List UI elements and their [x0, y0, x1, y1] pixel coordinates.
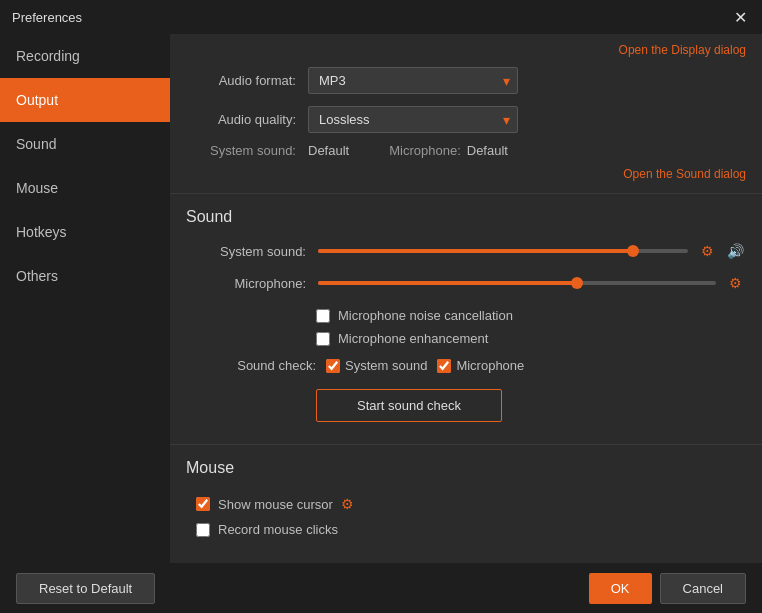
system-sound-slider-track[interactable]	[318, 249, 688, 253]
ok-button[interactable]: OK	[589, 573, 652, 604]
divider-1	[170, 193, 762, 194]
system-sound-check-option: System sound	[326, 358, 427, 373]
window-title: Preferences	[12, 10, 82, 25]
noise-cancellation-label: Microphone noise cancellation	[338, 308, 513, 323]
sidebar-item-mouse[interactable]: Mouse	[0, 166, 170, 210]
audio-format-select[interactable]: MP3 AAC OGG FLAC	[308, 67, 518, 94]
sidebar-item-recording[interactable]: Recording	[0, 34, 170, 78]
record-clicks-label: Record mouse clicks	[218, 522, 338, 537]
show-cursor-row: Show mouse cursor ⚙	[186, 491, 746, 517]
sound-section: Sound System sound: ⚙ 🔊 Microphone:	[170, 198, 762, 440]
microphone-check-option: Microphone	[437, 358, 524, 373]
enhancement-checkbox[interactable]	[316, 332, 330, 346]
open-sound-link-row: Open the Sound dialog	[170, 162, 762, 189]
system-sound-slider-thumb	[627, 245, 639, 257]
system-sound-speaker-icon[interactable]: 🔊	[724, 240, 746, 262]
system-sound-slider-label: System sound:	[186, 244, 306, 259]
system-sound-status-label: System sound:	[186, 143, 296, 158]
divider-2	[170, 444, 762, 445]
main-content: Recording Output Sound Mouse Hotkeys Oth…	[0, 34, 762, 563]
noise-cancellation-checkbox[interactable]	[316, 309, 330, 323]
noise-cancellation-row: Microphone noise cancellation	[186, 304, 746, 327]
microphone-slider-fill	[318, 281, 577, 285]
system-sound-check-label: System sound	[345, 358, 427, 373]
system-sound-check-checkbox[interactable]	[326, 359, 340, 373]
microphone-gear-icon[interactable]: ⚙	[724, 272, 746, 294]
sidebar-item-hotkeys[interactable]: Hotkeys	[0, 210, 170, 254]
sidebar: Recording Output Sound Mouse Hotkeys Oth…	[0, 34, 170, 563]
microphone-slider-label: Microphone:	[186, 276, 306, 291]
show-cursor-gear-icon[interactable]: ⚙	[341, 496, 354, 512]
sidebar-item-sound[interactable]: Sound	[0, 122, 170, 166]
reset-to-default-button[interactable]: Reset to Default	[16, 573, 155, 604]
audio-quality-dropdown-wrapper: Lossless High Medium Low ▾	[308, 106, 518, 133]
footer: Reset to Default OK Cancel	[0, 563, 762, 613]
show-cursor-label: Show mouse cursor	[218, 497, 333, 512]
open-display-link[interactable]: Open the Display dialog	[619, 43, 746, 57]
system-sound-status-value: Default	[308, 143, 349, 158]
audio-format-dropdown-wrapper: MP3 AAC OGG FLAC ▾	[308, 67, 518, 94]
open-sound-link[interactable]: Open the Sound dialog	[623, 167, 746, 181]
enhancement-label: Microphone enhancement	[338, 331, 488, 346]
audio-format-row: Audio format: MP3 AAC OGG FLAC ▾	[170, 61, 762, 100]
microphone-status-label: Microphone:	[389, 143, 461, 158]
microphone-slider-row: Microphone: ⚙	[186, 272, 746, 294]
start-sound-check-button[interactable]: Start sound check	[316, 389, 502, 422]
sound-check-row: Sound check: System sound Microphone	[186, 350, 746, 381]
preferences-window: Preferences ✕ Recording Output Sound Mou…	[0, 0, 762, 613]
status-row: System sound: Default Microphone: Defaul…	[170, 139, 762, 162]
system-sound-icons: ⚙ 🔊	[696, 240, 746, 262]
content-area: Open the Display dialog Audio format: MP…	[170, 34, 762, 563]
title-bar: Preferences ✕	[0, 0, 762, 34]
sidebar-item-others[interactable]: Others	[0, 254, 170, 298]
microphone-status-value: Default	[467, 143, 508, 158]
mouse-section-title: Mouse	[186, 459, 746, 477]
sound-section-title: Sound	[186, 208, 746, 226]
audio-quality-select[interactable]: Lossless High Medium Low	[308, 106, 518, 133]
system-sound-slider-fill	[318, 249, 633, 253]
sound-check-label: Sound check:	[226, 358, 316, 373]
mouse-section: Mouse Show mouse cursor ⚙ Record mouse c…	[170, 449, 762, 552]
sidebar-item-output[interactable]: Output	[0, 78, 170, 122]
audio-format-label: Audio format:	[186, 73, 296, 88]
system-sound-slider-row: System sound: ⚙ 🔊	[186, 240, 746, 262]
cancel-button[interactable]: Cancel	[660, 573, 746, 604]
show-cursor-checkbox[interactable]	[196, 497, 210, 511]
microphone-slider-track[interactable]	[318, 281, 716, 285]
audio-quality-label: Audio quality:	[186, 112, 296, 127]
enhancement-row: Microphone enhancement	[186, 327, 746, 350]
record-clicks-row: Record mouse clicks	[186, 517, 746, 542]
microphone-check-label: Microphone	[456, 358, 524, 373]
audio-quality-row: Audio quality: Lossless High Medium Low …	[170, 100, 762, 139]
microphone-check-checkbox[interactable]	[437, 359, 451, 373]
open-display-link-row: Open the Display dialog	[170, 34, 762, 61]
footer-right-buttons: OK Cancel	[589, 573, 746, 604]
record-clicks-checkbox[interactable]	[196, 523, 210, 537]
close-button[interactable]: ✕	[730, 7, 750, 27]
microphone-slider-thumb	[571, 277, 583, 289]
microphone-icons: ⚙	[724, 272, 746, 294]
system-sound-gear-icon[interactable]: ⚙	[696, 240, 718, 262]
